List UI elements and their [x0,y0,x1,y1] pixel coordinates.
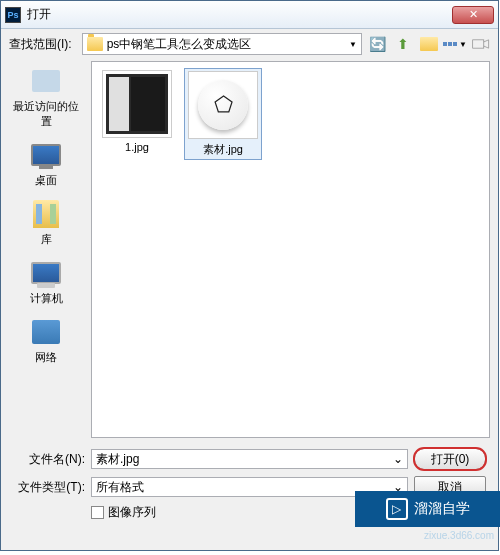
watermark-text: 溜溜自学 [414,500,470,518]
folder-name: ps中钢笔工具怎么变成选区 [107,36,345,53]
chevron-down-icon: ⌄ [393,452,403,466]
image-sequence-label: 图像序列 [108,504,156,521]
watermark: ▷ 溜溜自学 [355,491,500,527]
lookin-row: 查找范围(I): ps中钢笔工具怎么变成选区 ▼ 🔄 ⬆ ▼ [1,29,498,59]
filename-label: 文件名(N): [13,451,85,468]
window-title: 打开 [27,6,452,23]
sidebar-item-label: 库 [41,232,52,247]
chevron-down-icon: ▼ [349,40,357,49]
file-item[interactable]: 1.jpg [98,68,176,155]
file-label: 素材.jpg [203,142,243,157]
svg-rect-0 [473,40,484,48]
lookin-label: 查找范围(I): [9,36,72,53]
recent-places-icon [30,65,62,97]
sidebar-item-recent[interactable]: 最近访问的位置 [6,63,86,131]
sidebar-item-computer[interactable]: 计算机 [6,255,86,308]
sidebar-item-label: 网络 [35,350,57,365]
places-sidebar: 最近访问的位置 桌面 库 计算机 网络 [1,59,91,440]
sidebar-item-label: 桌面 [35,173,57,188]
desktop-icon [30,139,62,171]
filename-value: 素材.jpg [96,451,139,468]
filetype-value: 所有格式 [96,479,144,496]
file-list-pane[interactable]: 1.jpg 素材.jpg [91,61,490,438]
use-adobe-dialog-icon[interactable] [472,35,490,53]
new-folder-icon[interactable] [420,35,438,53]
image-sequence-checkbox[interactable] [91,506,104,519]
close-button[interactable]: ✕ [452,6,494,24]
file-label: 1.jpg [125,141,149,153]
watermark-url: zixue.3d66.com [424,530,494,541]
open-dialog: Ps 打开 ✕ 查找范围(I): ps中钢笔工具怎么变成选区 ▼ 🔄 ⬆ ▼ [0,0,499,551]
network-icon [30,316,62,348]
file-thumbnail [188,71,258,139]
open-button[interactable]: 打开(0) [414,448,486,470]
titlebar: Ps 打开 ✕ [1,1,498,29]
sidebar-item-library[interactable]: 库 [6,196,86,249]
content-area: 最近访问的位置 桌面 库 计算机 网络 1.jpg [1,59,498,440]
folder-icon [87,37,103,51]
folder-dropdown[interactable]: ps中钢笔工具怎么变成选区 ▼ [82,33,362,55]
nav-icons: 🔄 ⬆ ▼ [368,35,490,53]
up-folder-icon[interactable]: ⬆ [394,35,412,53]
filename-input[interactable]: 素材.jpg ⌄ [91,449,408,469]
file-thumbnail [102,70,172,138]
computer-icon [30,257,62,289]
sidebar-item-network[interactable]: 网络 [6,314,86,367]
play-icon: ▷ [386,498,408,520]
back-icon[interactable]: 🔄 [368,35,386,53]
view-menu-icon[interactable]: ▼ [446,35,464,53]
app-icon: Ps [5,7,21,23]
file-item-selected[interactable]: 素材.jpg [184,68,262,160]
sidebar-item-desktop[interactable]: 桌面 [6,137,86,190]
sidebar-item-label: 最近访问的位置 [8,99,84,129]
sidebar-item-label: 计算机 [30,291,63,306]
filename-row: 文件名(N): 素材.jpg ⌄ 打开(0) [13,448,486,470]
library-icon [30,198,62,230]
filetype-label: 文件类型(T): [13,479,85,496]
